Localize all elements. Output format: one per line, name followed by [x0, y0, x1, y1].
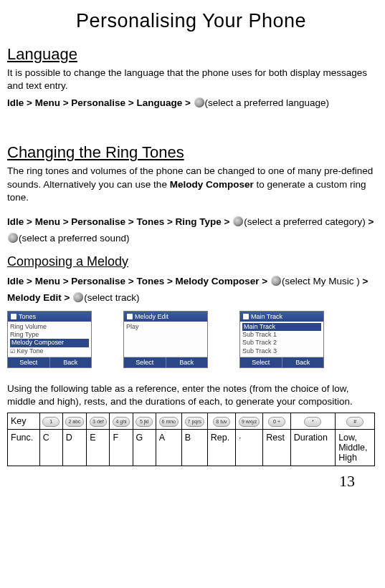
screenshot-row-item: Melody Composer	[10, 339, 89, 347]
softkey-right: Back	[282, 357, 324, 367]
heading-ringtones: Changing the Ring Tones	[7, 143, 375, 162]
ringtones-path-suffix: (select a preferred sound)	[19, 233, 130, 244]
func-cell: C	[39, 430, 62, 466]
phone-screenshot: Melody EditPlaySelectBack	[123, 311, 208, 368]
keypad-key-icon: 1	[42, 417, 60, 427]
key-cell: 9 wxyz	[236, 413, 263, 430]
page-number: 13	[7, 472, 375, 491]
screenshot-row-item: Sub Track 1	[242, 331, 321, 339]
softkey-right: Back	[49, 357, 92, 367]
screenshot-softkeys: SelectBack	[124, 357, 207, 367]
func-cell: A	[156, 430, 181, 466]
func-cell: G	[133, 430, 156, 466]
keypad-key-icon: *	[304, 417, 321, 427]
compose-path-bold1: Idle > Menu > Personalise > Tones > Melo…	[7, 276, 270, 286]
language-path-suffix: (select a preferred language)	[205, 97, 329, 108]
phone-screenshot: Main TrackMain TrackSub Track 1Sub Track…	[239, 311, 324, 368]
key-cell: #	[336, 413, 375, 430]
keypad-key-icon: 4 ghi	[113, 417, 130, 427]
table-intro: Using the following table as a reference…	[7, 382, 375, 408]
key-cell: 5 jkl	[133, 413, 156, 430]
softkey-left: Select	[8, 357, 49, 367]
language-path-bold: Idle > Menu > Personalise > Language >	[7, 97, 194, 108]
func-cell: Low,Middle,High	[336, 430, 375, 466]
select-button-icon	[194, 97, 204, 107]
select-button-icon	[73, 292, 83, 302]
screenshot-row-item: Ring Type	[10, 331, 89, 339]
func-cell: Duration	[290, 430, 335, 466]
key-cell: 8 tuv	[207, 413, 235, 430]
keypad-key-icon: 3 def	[90, 417, 107, 427]
screenshot-row-item: Play	[126, 323, 205, 331]
screenshot-row-item: Main Track	[242, 323, 321, 331]
screenshot-title: Tones	[8, 312, 91, 322]
ringtones-body-bold: Melody Composer	[170, 179, 254, 190]
func-cell: F	[110, 430, 133, 466]
softkey-right: Back	[166, 357, 208, 367]
compose-path: Idle > Menu > Personalise > Tones > Melo…	[7, 274, 375, 307]
select-button-icon	[271, 276, 281, 286]
key-cell: 4 ghi	[110, 413, 133, 430]
key-cell: 6 mno	[156, 413, 181, 430]
language-path: Idle > Menu > Personalise > Language > (…	[7, 95, 375, 112]
keypad-key-icon: 9 wxyz	[239, 417, 260, 427]
key-cell: 2 abc	[62, 413, 86, 430]
ringtones-body: The ring tones and volumes of the phone …	[7, 165, 375, 204]
select-button-icon	[233, 216, 243, 226]
func-cell: B	[181, 430, 207, 466]
key-function-table: Key12 abc3 def4 ghi5 jkl6 mno7 pqrs8 tuv…	[7, 413, 375, 466]
screenshot-title: Melody Edit	[124, 312, 207, 322]
screenshot-row-item: Ring Volume	[10, 323, 89, 331]
language-body: It is possible to change the language th…	[7, 67, 375, 92]
screenshot-title: Main Track	[240, 312, 323, 322]
screenshot-body: Play	[124, 322, 207, 357]
func-cell: Rest	[263, 430, 291, 466]
heading-language: Language	[7, 45, 375, 64]
ringtones-path-mid: (select a preferred category)	[244, 216, 368, 227]
keypad-key-icon: #	[346, 417, 363, 427]
table-row-label: Func.	[8, 430, 40, 466]
compose-path-tail1: (select My Music )	[282, 276, 363, 286]
ringtones-path-bold2: >	[369, 216, 374, 227]
key-cell: 1	[39, 413, 62, 430]
page-title: Personalising Your Phone	[7, 10, 375, 32]
keypad-key-icon: 5 jkl	[136, 417, 153, 427]
screenshot-body: Main TrackSub Track 1Sub Track 2Sub Trac…	[240, 322, 323, 357]
func-cell: D	[62, 430, 86, 466]
phone-screenshot: TonesRing VolumeRing TypeMelody Composer…	[7, 311, 92, 368]
screenshot-row: TonesRing VolumeRing TypeMelody Composer…	[7, 311, 375, 368]
screenshot-row-item: Sub Track 2	[242, 339, 321, 347]
compose-path-tail2: (select track)	[84, 292, 139, 303]
key-cell: *	[290, 413, 335, 430]
keypad-key-icon: 2 abc	[65, 417, 83, 427]
table-row-label: Key	[8, 413, 40, 430]
key-cell: 0 +	[263, 413, 291, 430]
keypad-key-icon: 7 pqrs	[185, 417, 204, 427]
keypad-key-icon: 6 mno	[159, 417, 179, 427]
screenshot-softkeys: SelectBack	[240, 357, 323, 367]
keypad-key-icon: 0 +	[268, 417, 285, 427]
func-cell: ·	[236, 430, 263, 466]
key-cell: 7 pqrs	[181, 413, 207, 430]
keypad-key-icon: 8 tuv	[213, 417, 230, 427]
softkey-left: Select	[124, 357, 166, 367]
screenshot-softkeys: SelectBack	[8, 357, 91, 367]
select-button-icon	[8, 233, 18, 243]
screenshot-body: Ring VolumeRing TypeMelody ComposerKey T…	[8, 322, 91, 357]
func-cell: E	[87, 430, 110, 466]
ringtones-path: Idle > Menu > Personalise > Tones > Ring…	[7, 214, 375, 247]
softkey-left: Select	[240, 357, 282, 367]
func-cell: Rep.	[207, 430, 235, 466]
screenshot-row-item: Sub Track 3	[242, 347, 321, 355]
ringtones-path-bold1: Idle > Menu > Personalise > Tones > Ring…	[7, 216, 232, 227]
heading-compose: Composing a Melody	[7, 254, 375, 269]
key-cell: 3 def	[87, 413, 110, 430]
screenshot-row-item: Key Tone	[10, 347, 89, 355]
